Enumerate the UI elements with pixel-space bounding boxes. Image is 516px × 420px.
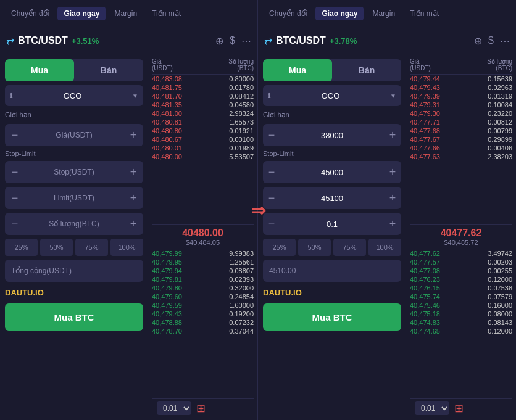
swap-icon: ⇄ bbox=[6, 35, 14, 47]
left-pct-75[interactable]: 75% bbox=[75, 239, 108, 256]
ob-buy-price: 40,474.65 bbox=[410, 327, 453, 335]
left-stop-minus[interactable]: − bbox=[5, 161, 25, 183]
left-price-minus[interactable]: − bbox=[5, 124, 25, 146]
left-pct-25[interactable]: 25% bbox=[5, 239, 38, 256]
ob-buy-qty: 0.08807 bbox=[217, 267, 254, 274]
right-current-usd: $40,485.72 bbox=[410, 239, 512, 246]
ob-sell-qty: 0.02963 bbox=[475, 84, 512, 91]
right-interval-select[interactable]: 0.01 0.1 1 bbox=[415, 401, 449, 415]
right-pct-50[interactable]: 50% bbox=[298, 239, 331, 256]
right-buy-btn-toggle[interactable]: Mua bbox=[263, 59, 332, 81]
right-settings-icon[interactable]: ⊕ bbox=[474, 35, 482, 47]
left-buy-btn-toggle[interactable]: Mua bbox=[5, 59, 74, 81]
table-row: 40,477.570.00203 bbox=[410, 258, 512, 266]
left-chart-icon[interactable]: ⊞ bbox=[196, 401, 206, 415]
right-nav-tabs: Chuyển đổi Giao ngay Margin Tiền mặt bbox=[258, 0, 516, 27]
left-qty-minus[interactable]: − bbox=[5, 213, 25, 235]
right-qty-input[interactable] bbox=[280, 220, 384, 229]
ob-sell-price: 40,479.31 bbox=[410, 101, 453, 109]
table-row: 40,479.430.02963 bbox=[410, 83, 512, 92]
right-sell-btn-toggle[interactable]: Bán bbox=[332, 59, 401, 81]
right-stop-input[interactable] bbox=[280, 168, 384, 177]
left-pct-50[interactable]: 50% bbox=[40, 239, 73, 256]
table-row: 40,479.300.23220 bbox=[410, 109, 512, 118]
left-price-row: − Giá(USDT) + bbox=[5, 124, 143, 146]
left-stop-row: − Stop(USDT) + bbox=[5, 161, 143, 183]
ob-buy-qty: 3.49742 bbox=[475, 250, 512, 257]
left-current-price: 40480.00 bbox=[152, 228, 254, 239]
right-stop-minus[interactable]: − bbox=[263, 161, 280, 183]
ob-buy-qty: 1.60000 bbox=[217, 302, 254, 309]
ob-buy-price: 40,479.43 bbox=[152, 310, 195, 318]
settings-icon[interactable]: ⊕ bbox=[215, 35, 223, 47]
ob-buy-qty: 0.00203 bbox=[475, 258, 512, 266]
right-pct-75[interactable]: 75% bbox=[333, 239, 366, 256]
right-limit-plus[interactable]: + bbox=[384, 187, 401, 209]
right-pair-name: BTC/USDT bbox=[276, 35, 326, 46]
left-sell-btn-toggle[interactable]: Bán bbox=[74, 59, 143, 81]
left-stop-plus[interactable]: + bbox=[123, 161, 143, 183]
right-pct-25[interactable]: 25% bbox=[263, 239, 296, 256]
right-tab-tienmat[interactable]: Tiền mặt bbox=[404, 7, 445, 20]
table-row: 40,477.080.00255 bbox=[410, 266, 512, 275]
left-header: ⇄ BTC/USDT +3.51% ⊕ $ ⋯ bbox=[0, 27, 257, 54]
right-total-value: 4510.00 bbox=[269, 266, 296, 275]
table-row: 40,477.632.38203 bbox=[410, 152, 512, 161]
right-more-icon[interactable]: ⋯ bbox=[500, 35, 510, 47]
left-interval-select[interactable]: 0.01 0.1 1 bbox=[157, 401, 191, 415]
right-pct-100[interactable]: 100% bbox=[368, 239, 401, 256]
ob-buy-qty: 0.12000 bbox=[475, 327, 512, 335]
ob-sell-price: 40,483.08 bbox=[152, 75, 195, 83]
right-bottom-bar: 0.01 0.1 1 ⊞ bbox=[410, 398, 512, 418]
left-buy-orders: 40,479.999.99383 40,479.951.25561 40,479… bbox=[152, 249, 254, 399]
left-order-form: Mua Bán ℹ OCO ▼ Giới hạn − Giá(USDT) + S… bbox=[0, 54, 148, 420]
right-price-input[interactable] bbox=[280, 131, 384, 140]
left-header-icons: ⊕ $ ⋯ bbox=[215, 35, 251, 47]
left-tab-margin[interactable]: Margin bbox=[108, 7, 143, 20]
ob-buy-price: 40,479.59 bbox=[152, 302, 195, 309]
more-icon[interactable]: ⋯ bbox=[241, 35, 251, 47]
right-chart-icon[interactable]: ⊞ bbox=[454, 401, 464, 415]
left-limit-minus[interactable]: − bbox=[5, 187, 25, 209]
right-stop-limit-label: Stop-Limit bbox=[263, 150, 401, 157]
right-order-form: Mua Bán ℹ OCO ▼ Giới hạn − + Stop-Limit … bbox=[258, 54, 406, 420]
ob-buy-price: 40,479.95 bbox=[152, 258, 195, 266]
left-price-plus[interactable]: + bbox=[123, 124, 143, 146]
left-gioi-han-label: Giới hạn bbox=[5, 110, 143, 120]
right-qty-row: − + bbox=[263, 213, 401, 235]
left-tab-chuyendoi[interactable]: Chuyển đổi bbox=[5, 7, 55, 20]
table-row: 40,476.150.07538 bbox=[410, 284, 512, 292]
ob-sell-qty: 1.65573 bbox=[217, 118, 254, 126]
ob-sell-price: 40,481.70 bbox=[152, 93, 195, 100]
right-qty-plus[interactable]: + bbox=[384, 213, 401, 235]
right-dollar-icon[interactable]: $ bbox=[488, 35, 494, 46]
right-tab-margin[interactable]: Margin bbox=[366, 7, 401, 20]
left-limit-plus[interactable]: + bbox=[123, 187, 143, 209]
ob-sell-qty: 0.00100 bbox=[217, 136, 254, 143]
right-limit-input[interactable] bbox=[280, 194, 384, 203]
left-brand: DAUTU.IO bbox=[5, 286, 143, 300]
left-oco-select[interactable]: ℹ OCO ▼ bbox=[5, 85, 143, 106]
left-tab-giaongay[interactable]: Giao ngay bbox=[57, 7, 106, 20]
left-pct-100[interactable]: 100% bbox=[110, 239, 143, 256]
right-limit-minus[interactable]: − bbox=[263, 187, 280, 209]
right-qty-minus[interactable]: − bbox=[263, 213, 280, 235]
ob-buy-qty: 0.07538 bbox=[475, 284, 512, 292]
right-tab-chuyendoi[interactable]: Chuyển đổi bbox=[263, 7, 313, 20]
right-buy-button[interactable]: Mua BTC bbox=[263, 303, 401, 331]
right-oco-select[interactable]: ℹ OCO ▼ bbox=[263, 85, 401, 106]
right-stop-plus[interactable]: + bbox=[384, 161, 401, 183]
right-price-plus[interactable]: + bbox=[384, 124, 401, 146]
ob-sell-price: 40,481.35 bbox=[152, 101, 195, 109]
left-qty-plus[interactable]: + bbox=[123, 213, 143, 235]
left-limit-label: Limit(USDT) bbox=[25, 194, 123, 202]
dollar-icon[interactable]: $ bbox=[230, 35, 235, 46]
left-buy-button[interactable]: Mua BTC bbox=[5, 303, 143, 331]
ob-sell-qty: 0.01319 bbox=[475, 93, 512, 100]
ob-sell-price: 40,477.71 bbox=[410, 118, 453, 126]
left-tab-tienmat[interactable]: Tiền mặt bbox=[146, 7, 187, 20]
ob-buy-price: 40,474.83 bbox=[410, 319, 453, 326]
left-qty-row: − Số lượng(BTC) + bbox=[5, 213, 143, 235]
right-tab-giaongay[interactable]: Giao ngay bbox=[315, 7, 364, 20]
right-price-minus[interactable]: − bbox=[263, 124, 280, 146]
